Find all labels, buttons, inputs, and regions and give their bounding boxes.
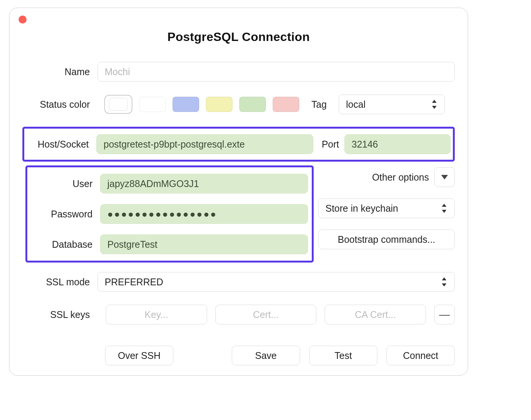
minus-icon: — bbox=[439, 308, 450, 321]
connection-dialog: PostgreSQL Connection Name Mochi Status … bbox=[9, 8, 468, 376]
host-label: Host/Socket bbox=[24, 139, 96, 150]
ssl-key-button[interactable]: Key... bbox=[106, 305, 207, 324]
other-options-label: Other options bbox=[372, 172, 429, 183]
ssl-mode-label: SSL mode bbox=[22, 277, 97, 288]
port-input[interactable]: 32146 bbox=[344, 134, 451, 154]
status-color-selected[interactable] bbox=[104, 95, 132, 114]
ssl-cert-button[interactable]: Cert... bbox=[215, 305, 317, 324]
status-color-row: Status color Tag local bbox=[9, 94, 468, 115]
dialog-title: PostgreSQL Connection bbox=[9, 30, 468, 44]
updown-icon bbox=[441, 277, 448, 287]
name-input[interactable]: Mochi bbox=[97, 62, 455, 82]
status-color-blue[interactable] bbox=[173, 97, 199, 112]
password-label: Password bbox=[27, 209, 100, 220]
ssl-keys-label: SSL keys bbox=[22, 309, 97, 320]
name-label: Name bbox=[22, 66, 97, 77]
port-label: Port bbox=[322, 139, 339, 150]
host-input[interactable]: postgretest-p9bpt-postgresql.exte bbox=[96, 134, 313, 154]
password-store-select[interactable]: Store in keychain bbox=[318, 198, 455, 218]
password-input[interactable]: ●●●●●●●●●●●●●●●● bbox=[100, 204, 308, 224]
tag-value: local bbox=[346, 99, 365, 110]
password-store-value: Store in keychain bbox=[325, 203, 398, 214]
ssl-keys-row: SSL keys Key... Cert... CA Cert... — bbox=[9, 304, 468, 325]
name-row: Name Mochi bbox=[9, 61, 468, 82]
right-options-stack: Other options Store in keychain Bootstra… bbox=[318, 167, 455, 249]
over-ssh-button[interactable]: Over SSH bbox=[105, 346, 173, 365]
credentials-highlight: User japyz88ADmMGO3J1 Password ●●●●●●●●●… bbox=[25, 165, 314, 263]
chevron-down-icon bbox=[441, 175, 448, 179]
tag-select[interactable]: local bbox=[339, 94, 445, 114]
ssl-mode-value: PREFERRED bbox=[105, 277, 163, 288]
save-button[interactable]: Save bbox=[232, 346, 300, 365]
other-options-toggle[interactable] bbox=[434, 167, 455, 187]
test-button[interactable]: Test bbox=[309, 346, 377, 365]
dialog-buttons: Over SSH Save Test Connect bbox=[9, 346, 468, 365]
status-color-yellow[interactable] bbox=[206, 97, 233, 112]
status-color-red[interactable] bbox=[273, 97, 299, 112]
updown-icon bbox=[441, 203, 448, 213]
status-color-label: Status color bbox=[22, 99, 97, 110]
status-color-white[interactable] bbox=[139, 97, 166, 112]
user-input[interactable]: japyz88ADmMGO3J1 bbox=[100, 174, 308, 193]
connect-button[interactable]: Connect bbox=[386, 346, 455, 365]
updown-icon bbox=[431, 99, 438, 109]
other-options-row: Other options bbox=[318, 167, 455, 187]
tag-label: Tag bbox=[311, 99, 327, 110]
host-port-highlight: Host/Socket postgretest-p9bpt-postgresql… bbox=[22, 127, 455, 162]
user-label: User bbox=[27, 178, 100, 189]
database-label: Database bbox=[27, 239, 100, 250]
ssl-ca-button[interactable]: CA Cert... bbox=[325, 305, 426, 324]
status-color-green[interactable] bbox=[239, 97, 266, 112]
database-input[interactable]: PostgreTest bbox=[100, 234, 308, 254]
close-window-button[interactable] bbox=[19, 16, 27, 24]
ssl-mode-select[interactable]: PREFERRED bbox=[97, 272, 455, 292]
ssl-remove-button[interactable]: — bbox=[434, 305, 455, 324]
ssl-mode-row: SSL mode PREFERRED bbox=[9, 272, 468, 292]
bootstrap-commands-button[interactable]: Bootstrap commands... bbox=[318, 230, 455, 249]
